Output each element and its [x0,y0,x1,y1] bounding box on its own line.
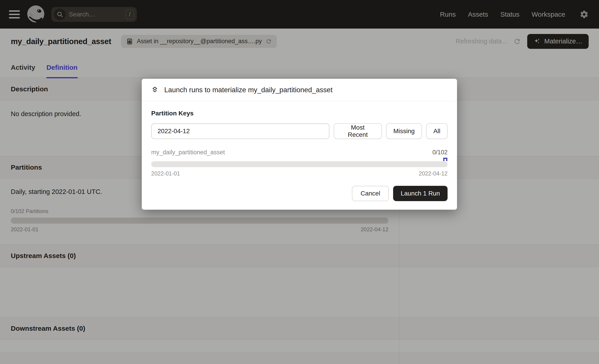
cancel-button[interactable]: Cancel [352,186,389,201]
launch-run-button[interactable]: Launch 1 Run [393,186,448,201]
partition-progress-labels: my_daily_partitioned_asset 0/102 [151,149,448,156]
most-recent-button[interactable]: Most Recent [334,123,382,139]
missing-button[interactable]: Missing [386,123,422,139]
dialog-range-start: 2022-01-01 [151,170,180,177]
selection-marker-row [151,156,448,161]
selected-partition-marker [443,158,447,161]
progress-count: 0/102 [432,149,448,156]
progress-asset-name: my_daily_partitioned_asset [151,149,225,156]
dialog-body: Partition Keys Most Recent Missing All m… [142,101,457,177]
dialog-title: Launch runs to materialize my_daily_part… [164,86,333,94]
dialog-header: Launch runs to materialize my_daily_part… [142,79,457,101]
dialog-range-end: 2022-04-12 [419,170,448,177]
partition-key-input[interactable] [151,123,329,139]
launch-runs-dialog: Launch runs to materialize my_daily_part… [142,79,457,210]
dialog-footer: Cancel Launch 1 Run [142,177,457,210]
all-button[interactable]: All [426,123,448,139]
dialog-partition-range: 2022-01-01 2022-04-12 [151,170,448,177]
app-screen: / Runs Assets Status Workspace my_daily_… [0,0,599,364]
partition-key-row: Most Recent Missing All [151,123,448,139]
layers-icon [151,86,159,94]
dialog-partition-health-bar[interactable] [151,161,448,167]
partition-keys-label: Partition Keys [151,110,448,117]
